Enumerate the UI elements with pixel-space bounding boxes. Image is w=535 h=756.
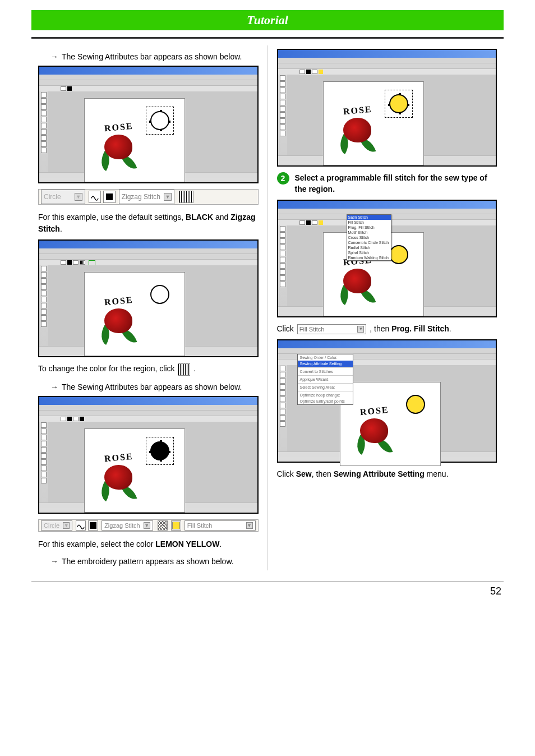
menu-item[interactable]: Spiral Stitch: [347, 250, 391, 255]
result-note-3-text: The embroidery pattern appears as shown …: [62, 556, 259, 567]
result-note-3: → The embroidery pattern appears as show…: [50, 556, 259, 567]
region-stitch-value: Fill Stitch: [187, 522, 213, 529]
sew-menu-panel[interactable]: Sewing Order / Color: Sewing Attribute S…: [297, 354, 353, 405]
menu-item[interactable]: Radial Stitch: [347, 245, 391, 250]
rose-label: ROSE: [104, 451, 133, 464]
menu-item[interactable]: Select Sewing Area:: [298, 384, 353, 390]
step-2: 2 Select a programmable fill stitch for …: [277, 172, 497, 195]
chapter-header: Tutorial: [31, 10, 504, 30]
chevron-down-icon: ▼: [357, 326, 364, 333]
menu-item[interactable]: Optimize hoop change:: [298, 392, 353, 398]
line-type-value: Circle: [44, 522, 59, 529]
fill-stitch-dropdown-inline[interactable]: Fill Stitch▼: [297, 324, 367, 334]
line-sew-toggle-icon[interactable]: [76, 520, 86, 531]
screenshot-green-highlight: ROSE: [38, 239, 259, 357]
region-sew-toggle-icon[interactable]: [179, 191, 193, 203]
para-click-fill-stitch: Click Fill Stitch▼ , then Prog. Fill Sti…: [277, 323, 497, 335]
line-type-value: Circle: [44, 193, 61, 201]
line-stitch-dropdown[interactable]: Zigzag Stitch ▼: [119, 190, 174, 204]
chevron-down-icon: ▼: [144, 522, 150, 529]
sewing-attributes-bar-1: Circle ▼ Zigzag Stitch ▼: [38, 189, 259, 205]
para-change-region-color: To change the color for the region, clic…: [38, 363, 259, 375]
arrow-icon: →: [50, 381, 58, 393]
menu-item[interactable]: Satin Stitch: [347, 215, 391, 220]
menu-item[interactable]: Fill Stitch: [347, 220, 391, 225]
screenshot-black-fill: ROSE: [38, 396, 259, 514]
menu-item[interactable]: Concentric Circle Stitch: [347, 240, 391, 245]
line-type-dropdown[interactable]: Circle ▼: [41, 520, 72, 531]
region-stitch-dropdown[interactable]: Fill Stitch ▼: [185, 520, 256, 531]
chapter-title: Tutorial: [247, 13, 288, 27]
menu-item[interactable]: Optimize Entry/Exit points: [298, 398, 353, 404]
line-stitch-dropdown[interactable]: Zigzag Stitch ▼: [102, 520, 153, 531]
column-divider: [268, 45, 268, 570]
sewing-attributes-bar-2: Circle ▼ Zigzag Stitch ▼ Fill Stitch ▼: [38, 519, 259, 532]
result-note-1-text: The Sewing Attributes bar appears as sho…: [62, 51, 259, 62]
chevron-down-icon: ▼: [164, 193, 172, 201]
rose-label: ROSE: [104, 295, 133, 307]
menu-item[interactable]: Sewing Attribute Setting:: [298, 361, 353, 367]
header-rule: [31, 37, 504, 39]
page-number: 52: [31, 582, 504, 597]
stitch-type-menu[interactable]: Satin Stitch Fill Stitch Prog. Fill Stit…: [347, 214, 391, 261]
line-type-dropdown[interactable]: Circle ▼: [41, 190, 85, 204]
line-color-button[interactable]: [88, 520, 98, 531]
para-click-sew-menu: Click Sew, then Sewing Attribute Setting…: [277, 468, 497, 480]
rose-label: ROSE: [343, 104, 372, 117]
region-color-button[interactable]: [171, 520, 181, 531]
region-color-button-icon: [178, 363, 190, 376]
screenshot-yellow-fill: ROSE: [277, 49, 497, 167]
result-note-2: → The Sewing Attributes bar appears as s…: [50, 381, 259, 393]
chevron-down-icon: ▼: [246, 522, 253, 529]
right-column: ROSE 2 Select a programmable fill stitch…: [270, 45, 504, 570]
region-sew-toggle-icon[interactable]: [158, 520, 168, 531]
menu-item[interactable]: Convert to Stitches: [298, 368, 353, 375]
arrow-icon: →: [50, 51, 58, 62]
menu-item[interactable]: Applique Wizard:: [298, 376, 353, 382]
chevron-down-icon: ▼: [63, 522, 70, 529]
line-stitch-value: Zigzag Stitch: [104, 522, 140, 529]
screenshot-rose-outline: ROSE: [38, 66, 259, 183]
rose-label: ROSE: [359, 404, 389, 417]
screenshot-stitch-dropdown: Satin Stitch Fill Stitch Prog. Fill Stit…: [277, 200, 497, 317]
step-2-text: Select a programmable fill stitch for th…: [295, 172, 497, 195]
arrow-icon: →: [50, 556, 58, 567]
rose-label: ROSE: [104, 121, 133, 133]
para-lemon-yellow: For this example, select the color LEMON…: [38, 538, 259, 550]
menu-item[interactable]: Random Walking Stitch: [347, 255, 391, 260]
para-default-settings: For this example, use the default settin…: [38, 211, 259, 235]
chevron-down-icon: ▼: [75, 193, 82, 201]
menu-item[interactable]: Sewing Order / Color:: [298, 354, 353, 361]
line-stitch-value: Zigzag Stitch: [122, 193, 160, 201]
menu-item[interactable]: Prog. Fill Stitch: [347, 225, 391, 230]
result-note-2-text: The Sewing Attributes bar appears as sho…: [62, 381, 259, 393]
menu-item[interactable]: Motif Stitch: [347, 230, 391, 235]
result-note-1: → The Sewing Attributes bar appears as s…: [50, 51, 259, 62]
line-color-button[interactable]: [103, 191, 116, 203]
screenshot-sew-menu: Sewing Order / Color: Sewing Attribute S…: [277, 339, 497, 463]
menu-item[interactable]: Cross Stitch: [347, 235, 391, 240]
step-badge: 2: [277, 172, 289, 185]
line-sew-toggle-icon[interactable]: [89, 191, 101, 203]
left-column: → The Sewing Attributes bar appears as s…: [31, 45, 265, 570]
